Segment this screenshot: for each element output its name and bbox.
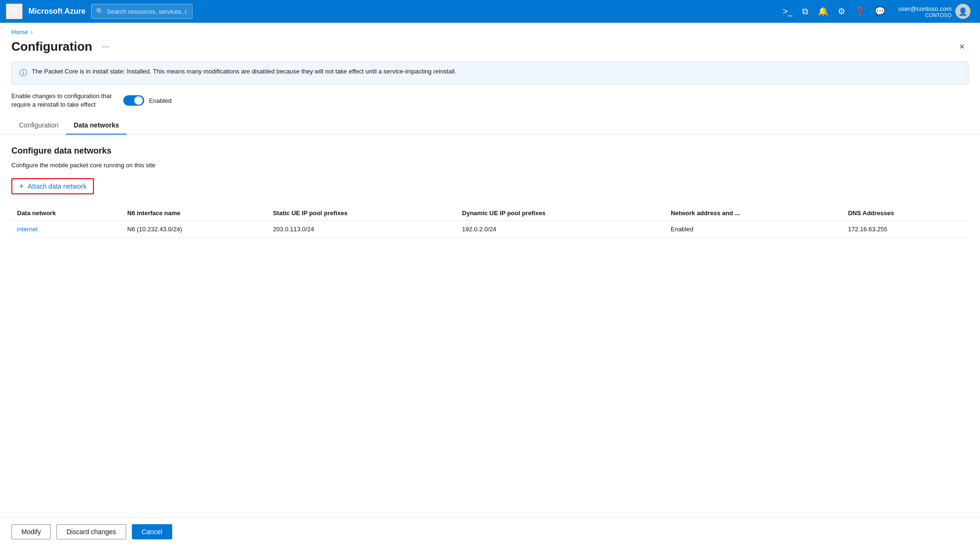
section-title: Configure data networks [11, 146, 969, 156]
discard-changes-button[interactable]: Discard changes [56, 524, 126, 539]
search-wrap: 🔍 [91, 4, 328, 19]
avatar: 👤 [955, 4, 971, 19]
cancel-button[interactable]: Cancel [132, 524, 173, 539]
feedback-button[interactable]: 💬 [871, 3, 889, 19]
cell-n6-interface: N6 (10.232.43.0/24) [121, 221, 267, 238]
help-button[interactable]: ❓ [851, 3, 869, 19]
info-banner: ⓘ The Packet Core is in install state: I… [11, 62, 969, 84]
plus-icon: + [19, 182, 24, 191]
toggle-wrap: Enabled [123, 95, 172, 106]
section-description: Configure the mobile packet core running… [11, 162, 969, 169]
page-content: Home › Configuration ··· × ⓘ The Packet … [0, 23, 980, 546]
col-network-address: Network address and ... [665, 206, 842, 221]
toggle-slider [123, 95, 144, 106]
cell-dynamic-ue-ip: 192.0.2.0/24 [456, 221, 665, 238]
hamburger-button[interactable]: ☰ [6, 3, 23, 19]
modify-button[interactable]: Modify [11, 524, 51, 539]
col-n6-interface: N6 interface name [121, 206, 267, 221]
brand-label: Microsoft Azure [28, 7, 85, 16]
col-dynamic-ue-ip: Dynamic UE IP pool prefixes [456, 206, 665, 221]
notifications-button[interactable]: 🔔 [814, 3, 832, 19]
table-body: internet N6 (10.232.43.0/24) 203.0.113.0… [11, 221, 969, 238]
page-title: Configuration [11, 39, 92, 54]
cell-static-ue-ip: 203.0.113.0/24 [267, 221, 456, 238]
col-static-ue-ip: Static UE IP pool prefixes [267, 206, 456, 221]
cloud-shell-button[interactable]: >_ [779, 4, 796, 19]
tab-data-networks[interactable]: Data networks [66, 117, 127, 135]
cell-network-address: Enabled [665, 221, 842, 238]
tab-configuration[interactable]: Configuration [11, 117, 66, 135]
footer: Modify Discard changes Cancel [0, 517, 980, 546]
attach-data-network-button[interactable]: + Attach data network [11, 178, 94, 194]
info-icon: ⓘ [19, 68, 27, 78]
data-networks-table: Data network N6 interface name Static UE… [11, 206, 969, 238]
info-banner-text: The Packet Core is in install state: Ins… [32, 68, 456, 75]
breadcrumb: Home › [0, 23, 980, 36]
toggle-row: Enable changes to configuration that req… [0, 92, 980, 117]
user-org: CONTOSO [898, 12, 952, 18]
breadcrumb-home[interactable]: Home [11, 28, 28, 36]
close-button[interactable]: × [955, 39, 969, 54]
more-options-button[interactable]: ··· [98, 40, 112, 54]
cell-data-network[interactable]: internet [11, 221, 121, 238]
search-input[interactable] [91, 4, 193, 19]
col-data-network: Data network [11, 206, 121, 221]
cell-dns-addresses: 172.16.63.255 [842, 221, 969, 238]
directory-button[interactable]: ⧉ [798, 4, 812, 19]
toggle-label: Enable changes to configuration that req… [11, 92, 116, 109]
page-title-row: Configuration ··· [11, 39, 112, 54]
user-info: user@contoso.com CONTOSO [898, 5, 952, 18]
tabs: Configuration Data networks [0, 117, 980, 135]
user-menu[interactable]: user@contoso.com CONTOSO 👤 [895, 2, 974, 21]
user-email: user@contoso.com [898, 5, 952, 12]
table-head: Data network N6 interface name Static UE… [11, 206, 969, 221]
attach-button-label: Attach data network [28, 182, 87, 190]
topnav: ☰ Microsoft Azure 🔍 >_ ⧉ 🔔 ⚙ ❓ 💬 user@co… [0, 0, 980, 23]
breadcrumb-separator: › [31, 29, 33, 36]
col-dns-addresses: DNS Addresses [842, 206, 969, 221]
topnav-icons: >_ ⧉ 🔔 ⚙ ❓ 💬 [779, 3, 889, 19]
table-header-row: Data network N6 interface name Static UE… [11, 206, 969, 221]
toggle-state-label: Enabled [149, 97, 172, 104]
table-row: internet N6 (10.232.43.0/24) 203.0.113.0… [11, 221, 969, 238]
settings-button[interactable]: ⚙ [834, 3, 849, 19]
toggle-switch[interactable] [123, 95, 144, 106]
configure-section: Configure data networks Configure the mo… [0, 146, 980, 238]
page-header: Configuration ··· × [0, 36, 980, 62]
